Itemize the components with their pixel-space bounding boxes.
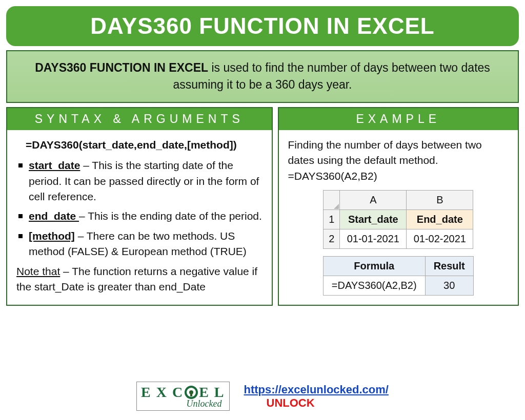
grid-col-b-header: B <box>407 191 473 210</box>
keyhole-icon <box>185 386 198 399</box>
result-header-result: Result <box>425 257 473 276</box>
footer-link-block: https://excelunlocked.com/ UNLOCK <box>244 383 389 410</box>
bullet-icon <box>18 234 23 238</box>
grid-row-2-header: 2 <box>324 229 340 249</box>
result-value-cell: 30 <box>425 276 473 296</box>
argument-text: [method] – There can be two methods. US … <box>29 228 262 260</box>
syntax-heading: SYNTAX & ARGUMENTS <box>7 108 272 130</box>
result-data-row: =DAYS360(A2,B2) 30 <box>323 276 473 296</box>
grid-cell-a2: 01-01-2021 <box>340 229 407 249</box>
two-column-layout: SYNTAX & ARGUMENTS =DAYS360(start_date,e… <box>6 107 519 306</box>
note-label: Note that <box>16 265 60 277</box>
example-formula-call: =DAYS360(A2,B2) <box>288 170 377 182</box>
grid-col-a-header: A <box>340 191 407 210</box>
main-title-banner: DAYS360 FUNCTION IN EXCEL <box>6 6 519 46</box>
grid-row-1: 1 Start_date End_date <box>324 210 473 229</box>
example-data-grid: A B 1 Start_date End_date 2 01-01-2021 0… <box>323 190 473 249</box>
logo-subtitle: Unlocked <box>187 398 222 409</box>
example-result-table: Formula Result =DAYS360(A2,B2) 30 <box>323 256 474 296</box>
result-formula-cell: =DAYS360(A2,B2) <box>323 276 425 296</box>
argument-name: end_date <box>29 210 79 222</box>
syntax-panel: SYNTAX & ARGUMENTS =DAYS360(start_date,e… <box>6 107 273 306</box>
logo: E X C E L Unlocked <box>136 382 229 411</box>
description-lead: DAYS360 FUNCTION IN EXCEL <box>35 61 208 74</box>
unlock-label: UNLOCK <box>267 396 389 410</box>
logo-text-part1: E X C <box>141 384 184 401</box>
argument-item: start_date – This is the starting date o… <box>18 158 262 204</box>
footer: E X C E L Unlocked https://excelunlocked… <box>0 382 525 411</box>
grid-corner-cell <box>324 191 340 210</box>
syntax-body: =DAYS360(start_date,end_date,[method]) s… <box>7 130 272 304</box>
result-header-row: Formula Result <box>323 257 473 276</box>
argument-desc: – This is the ending date of the period. <box>79 210 262 222</box>
example-body: Finding the number of days between two d… <box>279 130 518 305</box>
description-rest: is used to find the number of days betwe… <box>173 61 490 91</box>
argument-text: start_date – This is the starting date o… <box>29 158 262 204</box>
bullet-icon <box>18 163 23 167</box>
grid-row-1-header: 1 <box>324 210 340 229</box>
argument-item: [method] – There can be two methods. US … <box>18 228 262 260</box>
argument-text: end_date – This is the ending date of th… <box>29 208 262 224</box>
result-header-formula: Formula <box>323 257 425 276</box>
description-panel: DAYS360 FUNCTION IN EXCEL is used to fin… <box>6 50 519 103</box>
arguments-list: start_date – This is the starting date o… <box>16 158 262 260</box>
example-intro-block: Finding the number of days between two d… <box>288 137 509 184</box>
main-title: DAYS360 FUNCTION IN EXCEL <box>90 13 434 38</box>
syntax-note: Note that – The function returns a negat… <box>16 264 262 295</box>
grid-cell-b1: End_date <box>407 210 473 229</box>
website-link[interactable]: https://excelunlocked.com/ <box>244 383 389 396</box>
syntax-formula: =DAYS360(start_date,end_date,[method]) <box>16 137 262 153</box>
bullet-icon <box>18 214 23 218</box>
example-panel: EXAMPLE Finding the number of days betwe… <box>278 107 519 306</box>
argument-name: [method] <box>29 230 75 242</box>
example-intro: Finding the number of days between two d… <box>288 139 482 166</box>
argument-name: start_date <box>29 159 80 171</box>
grid-header-row: A B <box>324 191 473 210</box>
grid-row-2: 2 01-01-2021 01-02-2021 <box>324 229 473 249</box>
grid-cell-b2: 01-02-2021 <box>407 229 473 249</box>
argument-item: end_date – This is the ending date of th… <box>18 208 262 224</box>
grid-cell-a1: Start_date <box>340 210 407 229</box>
example-heading: EXAMPLE <box>279 108 518 130</box>
